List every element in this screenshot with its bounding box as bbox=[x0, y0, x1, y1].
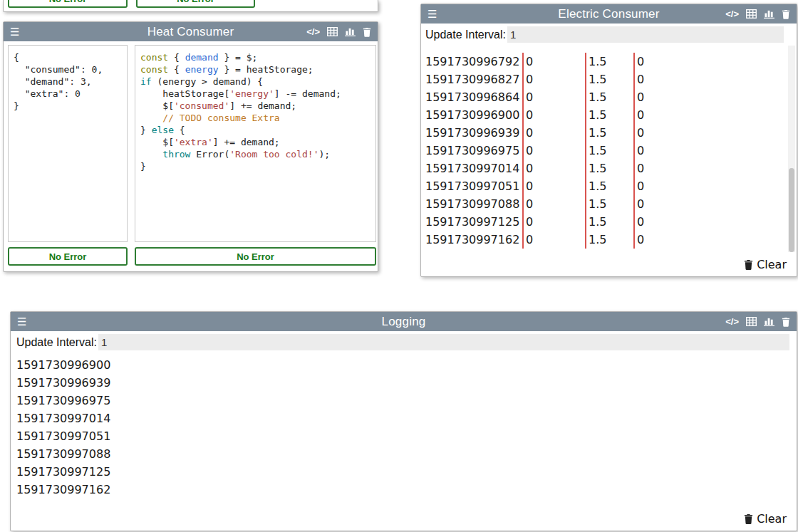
code-icon[interactable]: </> bbox=[725, 9, 739, 19]
list-item: 1591730997014 bbox=[16, 410, 789, 427]
list-item: 1591730997125 bbox=[16, 463, 789, 481]
logging-panel: ☰ Logging </> Update Interval: 1 1591730… bbox=[10, 311, 797, 531]
panel-header: ☰ Electric Consumer </> bbox=[421, 4, 797, 24]
json-line: "extra": 0 bbox=[14, 88, 122, 100]
status-button[interactable]: No Error bbox=[8, 0, 128, 8]
code-icon[interactable]: </> bbox=[306, 26, 320, 37]
json-line: } bbox=[14, 100, 122, 112]
screen: No Error No Error ☰ Heat Consumer </> { … bbox=[0, 0, 798, 532]
code-editor[interactable]: const { demand } = $;const { energy } = … bbox=[135, 45, 376, 242]
table-row: 159173099716201.50 bbox=[425, 231, 784, 249]
table-icon[interactable] bbox=[746, 317, 757, 326]
update-interval-label: Update Interval: bbox=[16, 336, 97, 349]
state-json: { "consumed": 0, "demand": 3, "extra": 0… bbox=[8, 45, 128, 242]
cutoff-panel: No Error No Error bbox=[3, 0, 378, 12]
trash-icon bbox=[744, 513, 753, 524]
panel-header: ☰ Heat Consumer </> bbox=[4, 22, 378, 41]
header-icons: </> bbox=[306, 26, 371, 37]
menu-icon[interactable]: ☰ bbox=[17, 315, 26, 328]
update-interval-label: Update Interval: bbox=[425, 28, 506, 41]
electric-consumer-panel: ☰ Electric Consumer </> Update Interval:… bbox=[420, 4, 797, 277]
update-interval-row: Update Interval: 1 bbox=[16, 334, 789, 350]
table-row: 159173099693901.50 bbox=[425, 124, 784, 142]
code-icon[interactable]: </> bbox=[725, 316, 739, 327]
code-line: const { demand } = $; bbox=[140, 51, 370, 63]
electric-table: 159173099679201.50159173099682701.501591… bbox=[425, 53, 784, 249]
trash-icon[interactable] bbox=[363, 27, 371, 37]
list-item: 1591730996900 bbox=[16, 356, 789, 374]
menu-icon[interactable]: ☰ bbox=[10, 26, 19, 38]
code-line: } else { bbox=[140, 124, 370, 136]
code-line: // TODO consume Extra bbox=[140, 112, 370, 124]
json-line: "demand": 3, bbox=[14, 75, 122, 88]
code-line: const { energy } = heatStorage; bbox=[140, 63, 370, 75]
clear-label: Clear bbox=[757, 258, 787, 271]
code-line: $['consumed'] += demand; bbox=[140, 100, 370, 112]
table-row: 159173099690001.50 bbox=[425, 106, 784, 124]
update-interval-input[interactable]: 1 bbox=[98, 334, 789, 350]
list-item: 1591730996975 bbox=[16, 392, 789, 410]
json-line: "consumed": 0, bbox=[14, 63, 122, 75]
trash-icon[interactable] bbox=[782, 9, 790, 19]
chart-icon[interactable] bbox=[764, 9, 774, 19]
list-item: 1591730997051 bbox=[16, 427, 789, 445]
trash-icon[interactable] bbox=[782, 317, 790, 327]
heat-consumer-panel: ☰ Heat Consumer </> { "consumed": 0, "de… bbox=[3, 21, 378, 272]
table-row: 159173099708801.50 bbox=[425, 195, 784, 213]
list-item: 1591730997088 bbox=[16, 445, 789, 463]
logging-list: 1591730996900159173099693915917309969751… bbox=[16, 356, 789, 499]
chart-icon[interactable] bbox=[345, 27, 356, 36]
update-interval-row: Update Interval: 1 bbox=[425, 26, 784, 43]
code-line: throw Error('Room too cold!'); bbox=[140, 148, 370, 160]
scrollbar-thumb[interactable] bbox=[789, 168, 794, 252]
header-icons: </> bbox=[725, 316, 790, 327]
table-row: 159173099679201.50 bbox=[425, 53, 784, 71]
clear-label: Clear bbox=[757, 512, 787, 526]
table-icon[interactable] bbox=[327, 27, 338, 36]
status-button[interactable]: No Error bbox=[136, 0, 255, 8]
clear-button[interactable]: Clear bbox=[744, 512, 787, 526]
table-row: 159173099705101.50 bbox=[425, 177, 784, 195]
menu-icon[interactable]: ☰ bbox=[428, 8, 437, 21]
list-item: 1591730997162 bbox=[16, 481, 789, 499]
header-icons: </> bbox=[725, 9, 790, 19]
scrollbar[interactable] bbox=[788, 46, 795, 252]
table-icon[interactable] bbox=[746, 9, 757, 19]
code-line: } bbox=[140, 160, 370, 172]
status-button[interactable]: No Error bbox=[135, 247, 376, 266]
status-button[interactable]: No Error bbox=[8, 247, 128, 266]
clear-button[interactable]: Clear bbox=[744, 258, 787, 271]
table-row: 159173099682701.50 bbox=[425, 71, 784, 88]
panel-title: Logging bbox=[11, 315, 797, 329]
table-row: 159173099701401.50 bbox=[425, 160, 784, 177]
json-line: { bbox=[14, 51, 122, 63]
table-row: 159173099697501.50 bbox=[425, 142, 784, 160]
panel-header: ☰ Logging </> bbox=[11, 312, 797, 331]
table-row: 159173099712501.50 bbox=[425, 213, 784, 231]
table-row: 159173099686401.50 bbox=[425, 88, 784, 106]
trash-icon bbox=[744, 259, 753, 270]
code-line: if (energy > demand) { bbox=[140, 75, 370, 88]
code-line: heatStorage['energy'] -= demand; bbox=[140, 88, 370, 100]
code-line: $['extra'] += demand; bbox=[140, 136, 370, 148]
update-interval-input[interactable]: 1 bbox=[507, 26, 784, 43]
chart-icon[interactable] bbox=[764, 317, 774, 326]
list-item: 1591730996939 bbox=[16, 374, 789, 392]
